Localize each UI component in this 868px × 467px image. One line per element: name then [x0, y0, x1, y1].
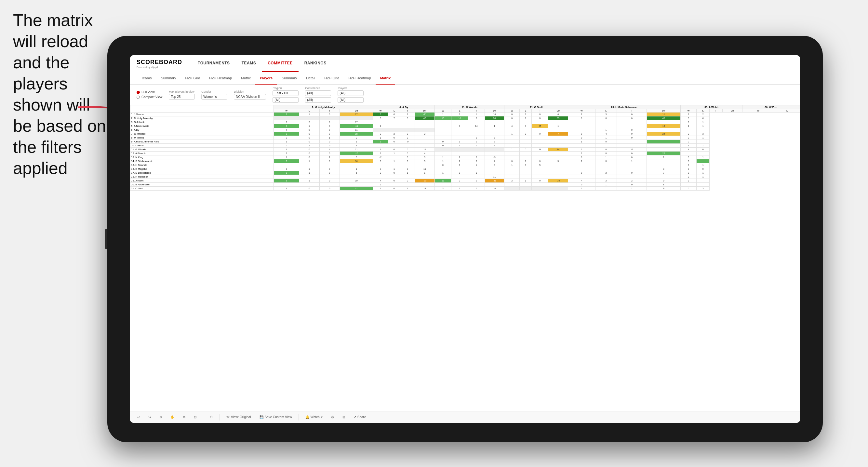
- cell: -3: [485, 155, 504, 159]
- cell: 1: [617, 159, 647, 163]
- options-button[interactable]: ⚙: [329, 414, 336, 420]
- cell: 11: [340, 128, 373, 132]
- sub-nav-players[interactable]: Players: [255, 72, 277, 85]
- cell: 2: [274, 152, 299, 155]
- region-sub-select[interactable]: (All): [273, 97, 299, 103]
- cell: 2: [595, 179, 617, 183]
- cell: 0: [434, 144, 451, 148]
- cell: 11: [415, 167, 435, 171]
- cell: 1: [373, 124, 388, 128]
- nav-tournaments[interactable]: TOURNAMENTS: [192, 55, 236, 72]
- region-select[interactable]: East - DII: [273, 90, 299, 96]
- view-radio-group: Full View Compact View: [136, 90, 162, 99]
- cell: [434, 120, 451, 124]
- col-header-stoll: 21. O Stoll: [504, 105, 568, 109]
- nav-teams[interactable]: TEAMS: [236, 55, 262, 72]
- cell: 2: [400, 136, 415, 140]
- redo-button[interactable]: ↪: [146, 414, 153, 420]
- sub-nav-detail[interactable]: Detail: [302, 72, 320, 85]
- compact-view-radio[interactable]: Compact View: [136, 95, 162, 99]
- table-row: 2. M Kelly Mulcahy 0 7 0 40 10 10 0 50 0: [130, 117, 800, 120]
- sub-nav-h2h-heatmap[interactable]: H2H Heatmap: [205, 72, 237, 85]
- full-view-dot: [136, 91, 140, 94]
- col-sub-l5: L: [595, 109, 617, 113]
- zoom-out-button[interactable]: ⊖: [157, 414, 164, 420]
- sub-nav-h2h-grid[interactable]: H2H Grid: [181, 72, 205, 85]
- cell: 5: [415, 159, 435, 163]
- sub-nav-matrix[interactable]: Matrix: [237, 72, 255, 85]
- cell: [388, 163, 400, 167]
- save-custom-button[interactable]: 💾 Save Custom View: [257, 414, 294, 420]
- cell: 0: [434, 140, 451, 144]
- undo-button[interactable]: ↩: [135, 414, 142, 420]
- cell: 6: [696, 117, 710, 120]
- cell: [532, 167, 548, 171]
- cell: 4: [680, 148, 696, 152]
- cell: 3: [415, 155, 435, 159]
- max-players-select[interactable]: Top 25 Top 10 Top 50: [169, 94, 195, 99]
- cell: 2: [373, 132, 388, 136]
- full-view-radio[interactable]: Full View: [136, 90, 162, 94]
- cell: 0: [388, 113, 400, 117]
- cell: 0: [504, 117, 520, 120]
- division-select[interactable]: NCAA Division II NCAA Division I: [234, 94, 266, 99]
- cell: [340, 183, 373, 187]
- col-sub-w2: W: [373, 109, 388, 113]
- cell: 2: [595, 171, 617, 175]
- fit-button[interactable]: ⊡: [192, 414, 198, 420]
- cell: [319, 117, 340, 120]
- cell: 1: [388, 159, 400, 163]
- cell: [452, 167, 468, 171]
- cell: [468, 152, 485, 155]
- col-sub-w6: W: [680, 109, 696, 113]
- cell: 10: [452, 117, 468, 120]
- sub-nav-h2h-grid2[interactable]: H2H Grid: [320, 72, 344, 85]
- cell: 1: [468, 163, 485, 167]
- cell: [415, 163, 435, 167]
- layout-button[interactable]: ⊞: [341, 414, 347, 420]
- sub-nav-teams[interactable]: Teams: [136, 72, 156, 85]
- cell: 0: [388, 148, 400, 152]
- cell: 0: [680, 136, 696, 140]
- tablet-side-button: [105, 229, 107, 249]
- cell: 1: [319, 136, 340, 140]
- share-button[interactable]: ↗ Share: [351, 414, 368, 420]
- sub-nav-summary2[interactable]: Summary: [277, 72, 302, 85]
- sub-nav-summary[interactable]: Summary: [156, 72, 181, 85]
- cell: 0: [532, 113, 548, 117]
- cell: 1: [299, 171, 320, 175]
- cell: 0: [400, 117, 415, 120]
- cell: [434, 128, 451, 132]
- cell: 6: [340, 171, 373, 175]
- cell: [400, 120, 415, 124]
- gender-select[interactable]: Women's Men's: [201, 94, 227, 99]
- table-row: 19. J Kanh 3 1 0 19 4 0 0 -20 13 0 0 -31…: [130, 179, 800, 183]
- sub-nav-h2h-heatmap2[interactable]: H2H Heatmap: [344, 72, 376, 85]
- cell: [519, 167, 531, 171]
- cell: 1: [373, 140, 388, 144]
- conference-select[interactable]: (All): [305, 90, 331, 96]
- cell: [548, 187, 568, 191]
- timer-button[interactable]: ⏱: [208, 414, 215, 420]
- nav-rankings[interactable]: RANKINGS: [299, 55, 332, 72]
- players-select[interactable]: (All): [338, 90, 364, 96]
- cell: [452, 128, 468, 132]
- cell: 1: [696, 155, 710, 159]
- cell: [647, 128, 680, 132]
- zoom-in-button[interactable]: ⊕: [181, 414, 187, 420]
- conference-sub-select[interactable]: (All): [305, 97, 331, 103]
- pan-button[interactable]: ✋: [168, 414, 176, 420]
- cell: [532, 155, 548, 159]
- cell: [532, 171, 548, 175]
- view-original-button[interactable]: 👁 View: Original: [224, 414, 253, 420]
- cell: 4: [568, 179, 595, 183]
- main-content[interactable]: 2. M Kelly Mulcahy 6. A Dy 11. G Woods 2…: [130, 105, 800, 411]
- sub-nav-matrix2[interactable]: Matrix: [376, 72, 395, 85]
- nav-committee[interactable]: COMMITTEE: [262, 55, 299, 72]
- cell: 3: [274, 171, 299, 175]
- players-sub-select[interactable]: (All): [338, 97, 364, 103]
- cell: 1: [299, 113, 320, 117]
- watch-button[interactable]: 🔔 Watch ▾: [303, 414, 324, 420]
- cell: [504, 175, 520, 179]
- cell: 0: [485, 163, 504, 167]
